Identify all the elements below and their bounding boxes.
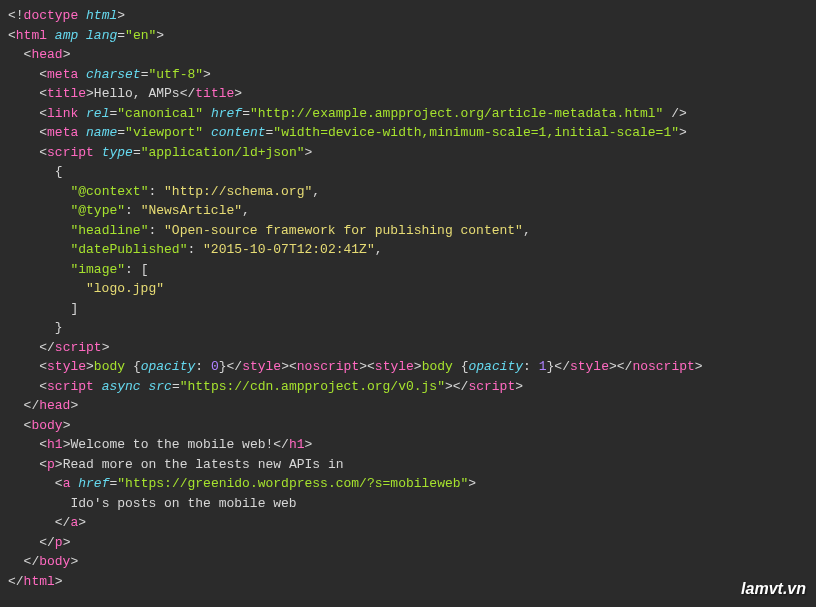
code-token: > [55,457,63,472]
code-token: : [187,242,203,257]
code-token: > [695,359,703,374]
code-token: </ [273,437,289,452]
code-token: > [78,515,86,530]
code-token: noscript [297,359,359,374]
code-token: 0 [211,359,219,374]
code-token: link [47,106,78,121]
code-token: < [39,67,47,82]
code-token: < [39,359,47,374]
code-token: "application/ld+json" [141,145,305,160]
code-token: ] [70,301,78,316]
code-token: script [47,145,94,160]
code-token: > [359,359,367,374]
code-token: "canonical" [117,106,203,121]
code-token: "@context" [70,184,148,199]
code-token: : [523,359,539,374]
code-token: script [468,379,515,394]
code-line: <style>body {opacity: 0}</style><noscrip… [8,357,808,377]
code-line: <html amp lang="en"> [8,26,808,46]
code-line: <script async src="https://cdn.ampprojec… [8,377,808,397]
code-token: title [195,86,234,101]
code-token [78,106,86,121]
code-token: </ [8,574,24,589]
code-token [94,379,102,394]
code-token: "http://schema.org" [164,184,312,199]
code-token: } [55,320,63,335]
code-token: : [148,184,164,199]
code-token: > [102,340,110,355]
code-line: Ido's posts on the mobile web [8,494,808,514]
code-token: "https://cdn.ampproject.org/v0.js" [180,379,445,394]
code-line: "logo.jpg" [8,279,808,299]
code-token [78,125,86,140]
code-token: html [16,28,47,43]
code-token: "https://greenido.wordpress.com/?s=mobil… [117,476,468,491]
code-token: </ [227,359,243,374]
code-token [94,145,102,160]
code-token: < [55,476,63,491]
code-token: < [39,125,47,140]
code-token: = [117,125,125,140]
code-token: </ [554,359,570,374]
code-line: <meta charset="utf-8"> [8,65,808,85]
code-token: > [445,379,453,394]
code-token: "en" [125,28,156,43]
code-token: head [31,47,62,62]
code-token: < [39,457,47,472]
code-line: </head> [8,396,808,416]
code-token: < [39,106,47,121]
code-token: content [211,125,266,140]
code-line: </body> [8,552,808,572]
code-line: <script type="application/ld+json"> [8,143,808,163]
code-token: { [55,164,63,179]
code-token: p [55,535,63,550]
code-token: meta [47,125,78,140]
code-token: > [515,379,523,394]
code-token: > [55,574,63,589]
code-token: > [70,398,78,413]
code-token: , [312,184,320,199]
code-token: async [102,379,141,394]
code-token: "Open-source framework for publishing co… [164,223,523,238]
code-token: : [125,203,141,218]
code-line: <title>Hello, AMPs</title> [8,84,808,104]
code-token: head [39,398,70,413]
code-token: "2015-10-07T12:02:41Z" [203,242,375,257]
code-token: Hello, AMPs [94,86,180,101]
code-token: > [234,86,242,101]
code-line: </script> [8,338,808,358]
code-line: ] [8,299,808,319]
code-line: <a href="https://greenido.wordpress.com/… [8,474,808,494]
code-token [203,106,211,121]
code-token: "@type" [70,203,125,218]
code-token: > [86,359,94,374]
code-token: > [117,8,125,23]
code-token: < [367,359,375,374]
code-token: > [305,437,313,452]
code-token: "datePublished" [70,242,187,257]
code-token: "viewport" [125,125,203,140]
code-token: script [47,379,94,394]
code-token: /> [663,106,686,121]
code-token: html [24,574,55,589]
code-token [78,28,86,43]
code-line: "image": [ [8,260,808,280]
code-token: > [86,86,94,101]
code-token: Ido's posts on the mobile web [70,496,296,511]
code-token: < [39,437,47,452]
code-token: > [414,359,422,374]
code-token: body [94,359,133,374]
code-token: html [86,8,117,23]
code-token: lang [86,28,117,43]
code-token [203,125,211,140]
code-token: > [281,359,289,374]
code-line: "datePublished": "2015-10-07T12:02:41Z", [8,240,808,260]
code-line: </a> [8,513,808,533]
code-token: = [242,106,250,121]
code-token: </ [24,398,40,413]
code-token: > [609,359,617,374]
code-token: src [148,379,171,394]
code-token [47,28,55,43]
code-token: href [211,106,242,121]
code-token: style [47,359,86,374]
